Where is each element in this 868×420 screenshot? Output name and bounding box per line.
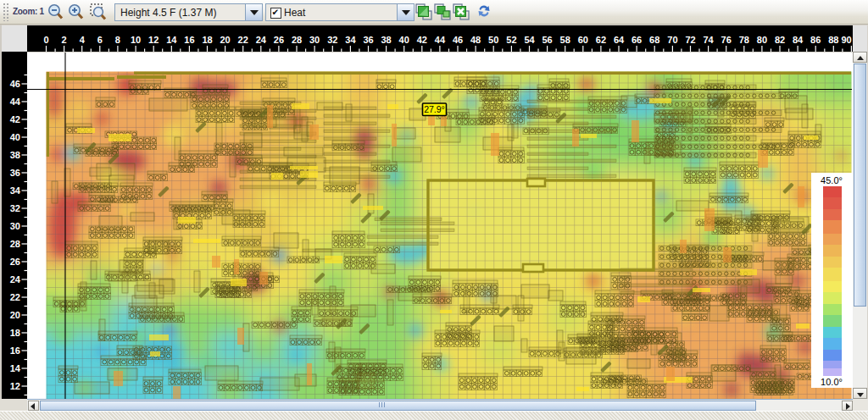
svg-text:12: 12 xyxy=(148,35,159,45)
svg-text:18: 18 xyxy=(10,328,20,338)
svg-text:30: 30 xyxy=(309,35,320,45)
svg-text:28: 28 xyxy=(292,35,302,45)
svg-text:2: 2 xyxy=(62,35,67,45)
svg-text:0: 0 xyxy=(43,35,48,45)
svg-text:50: 50 xyxy=(488,35,498,45)
svg-text:32: 32 xyxy=(327,35,337,45)
svg-text:32: 32 xyxy=(10,203,20,213)
svg-text:72: 72 xyxy=(685,35,695,45)
svg-text:44: 44 xyxy=(435,35,446,45)
svg-text:36: 36 xyxy=(10,168,20,178)
svg-text:8: 8 xyxy=(115,35,120,45)
svg-text:82: 82 xyxy=(775,35,785,45)
svg-text:36: 36 xyxy=(363,35,373,45)
svg-text:4: 4 xyxy=(80,35,86,45)
svg-text:80: 80 xyxy=(757,35,767,45)
svg-text:64: 64 xyxy=(614,35,625,45)
svg-text:58: 58 xyxy=(560,35,570,45)
svg-text:90: 90 xyxy=(841,35,851,45)
svg-text:66: 66 xyxy=(632,35,642,45)
svg-text:10: 10 xyxy=(131,35,141,45)
svg-text:84: 84 xyxy=(793,35,804,45)
svg-text:40: 40 xyxy=(399,35,409,45)
svg-text:38: 38 xyxy=(381,35,391,45)
svg-text:24: 24 xyxy=(10,274,21,285)
svg-text:70: 70 xyxy=(667,35,677,45)
svg-text:16: 16 xyxy=(10,345,20,356)
svg-text:26: 26 xyxy=(274,35,284,45)
svg-text:6: 6 xyxy=(97,35,103,45)
svg-text:42: 42 xyxy=(417,35,427,45)
svg-text:45.0°: 45.0° xyxy=(821,175,843,185)
svg-text:18: 18 xyxy=(202,35,212,45)
svg-text:26: 26 xyxy=(10,257,20,267)
svg-text:46: 46 xyxy=(10,79,20,89)
svg-text:78: 78 xyxy=(739,35,749,45)
svg-text:30: 30 xyxy=(10,221,20,231)
svg-text:34: 34 xyxy=(10,185,21,196)
svg-text:22: 22 xyxy=(10,292,20,302)
svg-text:54: 54 xyxy=(524,35,535,45)
svg-text:20: 20 xyxy=(220,35,230,45)
svg-text:46: 46 xyxy=(453,35,463,45)
svg-text:68: 68 xyxy=(649,35,659,45)
svg-text:62: 62 xyxy=(596,35,606,45)
svg-text:20: 20 xyxy=(10,310,20,320)
svg-text:56: 56 xyxy=(542,35,552,45)
svg-text:14: 14 xyxy=(166,35,177,45)
svg-text:28: 28 xyxy=(10,239,20,249)
svg-text:74: 74 xyxy=(703,35,714,45)
svg-text:40: 40 xyxy=(10,132,20,142)
svg-text:42: 42 xyxy=(10,114,20,124)
svg-text:27.9°: 27.9° xyxy=(424,104,445,114)
svg-text:14: 14 xyxy=(10,363,21,373)
svg-text:38: 38 xyxy=(10,150,20,160)
svg-text:86: 86 xyxy=(810,35,821,45)
svg-text:52: 52 xyxy=(506,35,516,45)
svg-text:76: 76 xyxy=(721,35,732,45)
svg-text:48: 48 xyxy=(470,35,481,45)
svg-text:44: 44 xyxy=(10,97,21,107)
svg-text:12: 12 xyxy=(10,381,20,391)
svg-text:34: 34 xyxy=(345,35,356,45)
svg-text:60: 60 xyxy=(578,35,588,45)
svg-text:88: 88 xyxy=(828,35,838,45)
svg-text:10.0°: 10.0° xyxy=(821,377,843,387)
svg-text:16: 16 xyxy=(184,35,194,45)
svg-text:24: 24 xyxy=(256,35,267,45)
svg-text:22: 22 xyxy=(238,35,248,45)
